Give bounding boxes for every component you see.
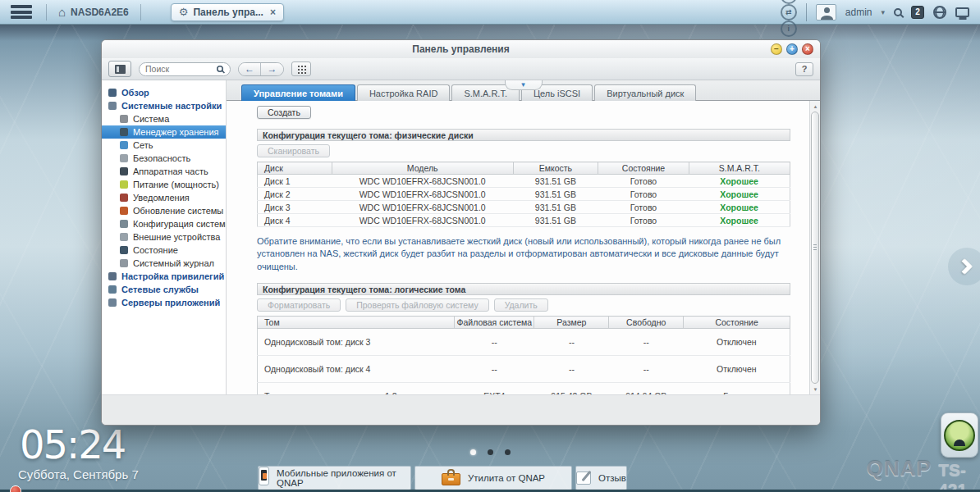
table-row[interactable]: Однодисковый том: диск 4------Отключен xyxy=(258,356,790,383)
sidebar-item[interactable]: Конфигурация системы xyxy=(102,217,226,230)
sidebar-item[interactable]: Системные настройки xyxy=(102,99,226,112)
tab[interactable]: Управление томами xyxy=(241,84,355,101)
sidebar-item[interactable]: Настройка привилегий xyxy=(102,270,226,283)
create-button[interactable]: Создать xyxy=(257,106,311,119)
vertical-scrollbar[interactable]: ▲ ▼ xyxy=(809,101,820,394)
dock-button[interactable]: Утилита от QNAP xyxy=(414,466,572,490)
maximize-button[interactable]: + xyxy=(786,43,798,55)
nas-home-button[interactable]: ⌂ NASD6A2E6 xyxy=(50,6,137,18)
sidebar-toggle-button[interactable] xyxy=(108,61,131,77)
search-icon[interactable] xyxy=(894,8,902,16)
table-cell: Готово xyxy=(684,383,790,394)
power-icon xyxy=(120,180,128,189)
scroll-up-icon[interactable]: ▲ xyxy=(811,102,820,111)
tab-close-icon[interactable]: × xyxy=(270,7,276,18)
table-cell: Однодисковый том: диск 4 xyxy=(258,356,455,383)
language-globe-icon[interactable] xyxy=(933,6,946,19)
notification-badge[interactable]: 2 xyxy=(911,6,924,19)
apps-grid-button[interactable] xyxy=(291,61,311,76)
tab[interactable]: Виртуальный диск xyxy=(594,84,696,101)
table-row[interactable]: Диск 2WDC WD10EFRX-68JCSN001.0931.51 GBГ… xyxy=(258,188,790,201)
help-button[interactable]: ? xyxy=(795,62,813,76)
logical-volumes-table: ТомФайловая системаРазмерСвободноСостоян… xyxy=(257,316,790,394)
dashboard-widget[interactable] xyxy=(941,412,978,458)
table-cell: Диск 2 xyxy=(258,188,332,201)
sidebar-item[interactable]: Система xyxy=(102,112,226,125)
sidebar-item[interactable]: Серверы приложений xyxy=(102,296,226,309)
chevron-down-icon[interactable]: ▾ xyxy=(881,8,885,16)
volume-action-button[interactable]: Форматировать xyxy=(257,298,341,312)
system-config-icon xyxy=(120,220,128,228)
sidebar-item[interactable]: Безопасность xyxy=(102,152,226,165)
system-logs-icon xyxy=(120,259,128,267)
scroll-down-icon[interactable]: ▼ xyxy=(811,385,820,394)
feedback-icon xyxy=(576,472,591,485)
table-cell: 931.51 GB xyxy=(513,214,598,227)
nas-name: NASD6A2E6 xyxy=(71,7,129,18)
back-button[interactable]: ← xyxy=(239,63,261,75)
table-cell: -- xyxy=(455,329,534,356)
volume-action-button[interactable]: Удалить xyxy=(494,298,548,312)
device-watermark: QNAP TS-421 xyxy=(867,456,980,492)
next-desktop-button[interactable] xyxy=(948,248,980,285)
sidebar-item[interactable]: Обновление системы xyxy=(102,204,226,217)
table-row[interactable]: Том с зеркалированием: диск 1 2EXT4915.4… xyxy=(258,383,790,394)
info-icon[interactable]: i xyxy=(781,20,797,37)
status-icon[interactable]: ▶ xyxy=(781,0,797,4)
home-icon: ⌂ xyxy=(58,6,66,18)
sidebar-item[interactable]: Сеть xyxy=(102,139,226,152)
column-header: Состояние xyxy=(684,317,790,329)
table-row[interactable]: Диск 3WDC WD10EFRX-68JCSN001.0931.51 GBГ… xyxy=(258,201,790,214)
search-input[interactable] xyxy=(145,64,212,74)
desktop-pager-dot[interactable] xyxy=(488,449,493,455)
main-menu-icon[interactable] xyxy=(11,5,32,19)
open-app-tab[interactable]: ⚙ Панель упра... × xyxy=(171,3,284,21)
sidebar-item[interactable]: Уведомления xyxy=(102,191,226,204)
dock-button[interactable]: Отзыв xyxy=(575,466,627,490)
scrollbar-thumb[interactable] xyxy=(811,112,819,384)
volume-action-button[interactable]: Проверять файловую систему xyxy=(346,298,488,312)
external-device-icon xyxy=(120,233,128,241)
table-cell: Хорошее xyxy=(689,201,790,214)
desktop-preference-icon[interactable] xyxy=(955,7,969,17)
table-row[interactable]: Диск 1WDC WD10EFRX-68JCSN001.0931.51 GBГ… xyxy=(258,175,790,188)
bottom-dock: Мобильные приложения от QNAP Утилита от … xyxy=(258,466,627,490)
privilege-icon xyxy=(108,272,117,280)
tab[interactable]: Настройка RAID xyxy=(357,84,451,101)
table-cell: -- xyxy=(609,329,684,356)
dock-button[interactable]: Мобильные приложения от QNAP xyxy=(258,466,411,490)
desktop-pager-dot[interactable] xyxy=(505,449,511,455)
table-row[interactable]: Однодисковый том: диск 3------Отключен xyxy=(258,329,790,356)
scan-button[interactable]: Сканировать xyxy=(257,144,330,157)
close-button[interactable]: × xyxy=(802,43,813,55)
user-menu[interactable]: admin xyxy=(845,7,872,18)
sidebar-item[interactable]: Сетевые службы xyxy=(102,283,226,296)
table-row[interactable]: Диск 4WDC WD10EFRX-68JCSN001.0931.51 GBГ… xyxy=(258,214,790,227)
sidebar-item[interactable]: Системный журнал xyxy=(102,257,226,270)
sidebar-item[interactable]: Внешние устройства xyxy=(102,230,226,244)
sidebar-item[interactable]: Питание (мощность) xyxy=(102,178,226,191)
avatar[interactable] xyxy=(816,4,836,20)
table-cell: Готово xyxy=(598,175,689,188)
window-titlebar[interactable]: Панель управления − + × xyxy=(102,40,820,58)
alert-dot-icon[interactable] xyxy=(10,485,21,492)
qnap-utility-icon xyxy=(442,473,460,485)
sidebar-item[interactable]: Аппаратная часть xyxy=(102,165,226,178)
sidebar-item[interactable]: Состояние xyxy=(102,244,226,257)
window-footer xyxy=(102,394,820,425)
table-cell: Готово xyxy=(598,201,689,214)
table-cell: -- xyxy=(534,356,609,383)
grid-icon xyxy=(297,65,306,74)
table-cell: -- xyxy=(609,356,684,383)
device-model: TS-421 xyxy=(938,460,980,492)
forward-button[interactable]: → xyxy=(261,63,283,75)
tab-overflow-dropdown[interactable]: ▾ xyxy=(505,80,543,90)
table-cell: 931.51 GB xyxy=(513,175,598,188)
desktop-pager-dot[interactable] xyxy=(470,449,476,455)
search-field[interactable] xyxy=(139,62,231,76)
background-tasks-icon[interactable]: ⇄ xyxy=(781,4,797,20)
sidebar-item[interactable]: Менеджер хранения xyxy=(102,125,226,139)
sidebar-item[interactable]: Обзор xyxy=(102,86,226,99)
table-header-row: ТомФайловая системаРазмерСвободноСостоян… xyxy=(258,317,790,329)
minimize-button[interactable]: − xyxy=(771,43,782,55)
